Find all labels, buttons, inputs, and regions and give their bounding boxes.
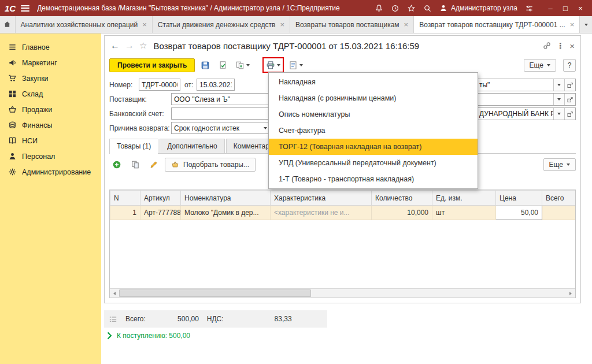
horizontal-scrollbar[interactable] [110,288,575,298]
date-label: от: [184,81,195,89]
post-button[interactable] [216,58,231,72]
more-commands-icon[interactable]: ⋮ [556,41,564,50]
sidebar-item-warehouse[interactable]: Склад [0,86,101,102]
tab-returns-list[interactable]: Возвраты товаров поставщикам × [290,16,414,33]
tabs-overflow-icon[interactable] [580,16,592,33]
tab-return-document[interactable]: Возврат товаров поставщику ТДРТ-000001 .… [414,16,580,33]
tab-goods[interactable]: Товары (1) [109,139,158,153]
open-icon[interactable] [564,79,575,91]
minimize-button[interactable]: – [543,2,557,14]
search-icon[interactable] [423,4,432,13]
basket-icon [171,161,179,169]
maximize-button[interactable]: □ [558,2,572,14]
sidebar-item-main[interactable]: Главное [0,39,101,55]
cell-n[interactable]: 1 [110,206,140,220]
open-icon[interactable] [564,108,575,120]
print-menu-item-nakladnaya-retail[interactable]: Накладная (с розничными ценами) [269,90,478,106]
cell-quantity[interactable]: 10,000 [372,206,432,220]
help-button[interactable]: ? [563,59,576,72]
tab-cash-flow-items[interactable]: Статьи движения денежных средств × [153,16,290,33]
reason-input[interactable]: Срок годности истек [171,122,271,134]
col-price[interactable]: Цена [496,191,542,206]
scroll-thumb[interactable] [119,289,311,297]
sidebar-item-purchases[interactable]: Закупки [0,70,101,86]
print-menu-item-schet-faktura[interactable]: Счет-фактура [269,122,478,139]
col-characteristic[interactable]: Характеристика [271,191,372,206]
main-menu-icon[interactable] [21,4,29,13]
get-link-icon[interactable] [543,42,551,50]
create-based-on-button[interactable] [234,58,251,72]
tab-close-icon[interactable]: × [142,21,147,28]
bank-account-input[interactable] [171,107,271,120]
back-button[interactable]: ← [110,41,120,50]
print-menu-item-opis[interactable]: Опись номенклатуры [269,106,478,122]
print-menu-item-upd[interactable]: УПД (Универсальный передаточный документ… [269,155,478,171]
add-row-button[interactable] [109,158,124,172]
book-icon [8,136,17,145]
sidebar-item-marketing[interactable]: Маркетинг [0,55,101,70]
dropdown-icon[interactable] [553,79,564,91]
cell-nomenclature[interactable]: Молоко "Домик в дер... [181,206,271,220]
sidebar-item-nsi[interactable]: НСИ [0,133,101,148]
edit-row-button[interactable] [146,158,161,172]
save-button[interactable] [198,58,213,72]
totals-bar: Всего: 500,00 НДС: 83,33 [104,310,327,328]
tab-close-icon[interactable]: × [570,21,575,28]
sidebar-item-administration[interactable]: Администрирование [0,164,101,180]
sidebar-item-sales[interactable]: Продажи [0,102,101,117]
cell-unit[interactable]: шт [432,206,496,220]
supplier-input[interactable] [171,93,271,105]
cell-total[interactable] [542,206,576,220]
tab-analytics[interactable]: Аналитики хозяйственных операций × [16,16,153,33]
favorites-star-icon[interactable] [407,4,416,13]
col-quantity[interactable]: Количество [372,191,432,206]
post-and-close-button[interactable]: Провести и закрыть [109,58,195,72]
col-article[interactable]: Артикул [140,191,181,206]
close-document-icon[interactable]: × [569,41,575,51]
reports-button[interactable] [287,58,305,72]
cell-article[interactable]: Арт-777788 [140,206,181,220]
scroll-left-icon[interactable] [110,289,119,298]
favorite-star-icon[interactable]: ☆ [139,40,147,51]
print-menu-item-1t[interactable]: 1-Т (Товарно - транспортная накладная) [269,171,478,187]
home-tab[interactable] [0,16,16,33]
open-icon[interactable] [564,94,575,105]
settings-sliders-icon[interactable] [525,4,534,13]
tab-close-icon[interactable]: × [280,21,284,28]
cell-characteristic[interactable]: <характеристики не и... [271,206,372,220]
more-button[interactable]: Еще [524,59,556,72]
cell-price[interactable]: 50,00 [496,206,542,220]
pick-goods-button[interactable]: Подобрать товары... [165,158,256,172]
list-icon[interactable] [109,315,117,324]
current-user-button[interactable]: Администратор узла [439,4,517,12]
chevron-right-icon [107,332,112,340]
notifications-bell-icon[interactable] [375,4,383,13]
tab-close-icon[interactable]: × [404,21,409,28]
window-title: Демонстрационная база /Магазин "Бытовая … [37,4,340,12]
scroll-right-icon[interactable] [566,289,575,298]
col-n[interactable]: N [110,191,140,206]
sidebar-item-personnel[interactable]: Персонал [0,148,101,164]
user-name: Администратор узла [451,4,517,12]
total-value: 500,00 [146,315,199,323]
receipt-link[interactable]: К поступлению: 500,00 [107,332,190,340]
dropdown-icon[interactable] [553,108,564,120]
date-input[interactable] [197,79,235,91]
col-total[interactable]: Всего [542,191,576,206]
items-more-button[interactable]: Еще [543,158,576,171]
number-input[interactable] [139,79,180,91]
sidebar-item-label: НСИ [22,137,38,145]
sidebar-item-finance[interactable]: Финансы [0,117,101,133]
forward-button[interactable]: → [125,41,134,50]
copy-row-button[interactable] [128,158,143,172]
tab-additional[interactable]: Дополнительно [160,139,224,153]
print-menu-item-torg12[interactable]: ТОРГ-12 (Товарная накладная на возврат) [269,139,478,155]
close-window-button[interactable]: × [574,2,587,14]
table-row[interactable]: 1 Арт-777788 Молоко "Домик в дер... <хар… [110,206,576,220]
print-button[interactable] [262,57,284,73]
col-unit[interactable]: Ед. изм. [432,191,496,206]
print-menu-item-nakladnaya[interactable]: Накладная [269,74,478,90]
dropdown-icon[interactable] [553,94,564,105]
col-nomenclature[interactable]: Номенклатура [181,191,271,206]
history-icon[interactable] [391,4,399,13]
